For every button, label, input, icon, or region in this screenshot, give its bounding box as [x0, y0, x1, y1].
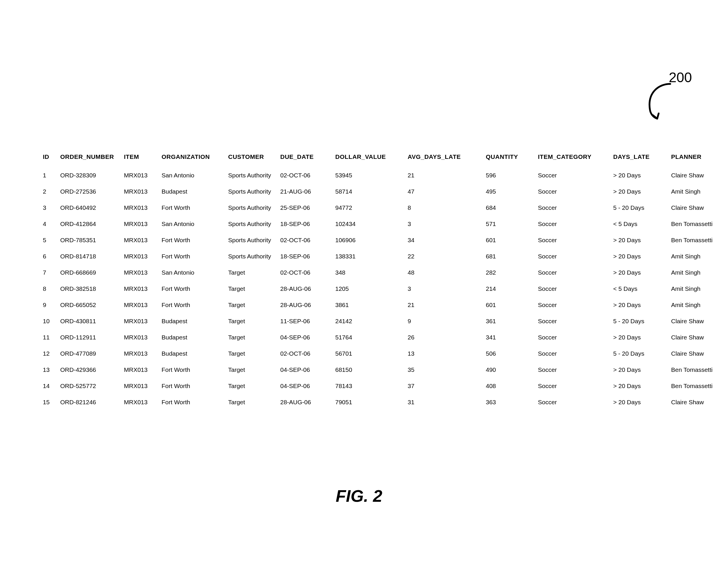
orders-table-container: ID ORDER_NUMBER ITEM ORGANIZATION CUSTOM…	[41, 150, 666, 410]
cell-planner: Claire Shaw	[669, 200, 718, 216]
cell-order_number: ORD-665052	[58, 297, 122, 313]
cell-item: MRX013	[122, 297, 159, 313]
cell-avg_days_late: 31	[405, 394, 484, 410]
cell-customer: Sports Authority	[226, 248, 278, 265]
cell-days_late: > 20 Days	[611, 297, 669, 313]
header-due-date: DUE_DATE	[278, 150, 333, 167]
table-row: 13ORD-429366MRX013Fort WorthTarget04-SEP…	[41, 362, 718, 378]
cell-planner: Claire Shaw	[669, 329, 718, 345]
cell-organization: Fort Worth	[159, 248, 226, 265]
cell-item_category: Soccer	[536, 394, 611, 410]
cell-id: 5	[41, 232, 58, 248]
cell-item: MRX013	[122, 200, 159, 216]
cell-quantity: 490	[484, 362, 536, 378]
cell-dollar_value: 58714	[333, 184, 405, 200]
cell-days_late: < 5 Days	[611, 281, 669, 297]
cell-id: 13	[41, 362, 58, 378]
cell-quantity: 596	[484, 167, 536, 184]
cell-days_late: > 20 Days	[611, 265, 669, 281]
header-item-category: ITEM_CATEGORY	[536, 150, 611, 167]
cell-id: 12	[41, 345, 58, 362]
cell-item_category: Soccer	[536, 167, 611, 184]
cell-customer: Target	[226, 313, 278, 329]
cell-item_category: Soccer	[536, 329, 611, 345]
cell-planner: Claire Shaw	[669, 313, 718, 329]
cell-dollar_value: 348	[333, 265, 405, 281]
cell-dollar_value: 24142	[333, 313, 405, 329]
cell-quantity: 571	[484, 216, 536, 232]
cell-customer: Sports Authority	[226, 216, 278, 232]
table-row: 14ORD-525772MRX013Fort WorthTarget04-SEP…	[41, 378, 718, 394]
table-row: 3ORD-640492MRX013Fort WorthSports Author…	[41, 200, 718, 216]
cell-dollar_value: 78143	[333, 378, 405, 394]
cell-avg_days_late: 26	[405, 329, 484, 345]
cell-organization: San Antonio	[159, 265, 226, 281]
cell-organization: Fort Worth	[159, 378, 226, 394]
cell-id: 8	[41, 281, 58, 297]
cell-item: MRX013	[122, 167, 159, 184]
header-planner: PLANNER	[669, 150, 718, 167]
cell-customer: Sports Authority	[226, 184, 278, 200]
cell-dollar_value: 56701	[333, 345, 405, 362]
cell-due_date: 18-SEP-06	[278, 248, 333, 265]
cell-customer: Target	[226, 329, 278, 345]
table-row: 15ORD-821246MRX013Fort WorthTarget28-AUG…	[41, 394, 718, 410]
cell-due_date: 04-SEP-06	[278, 329, 333, 345]
cell-organization: Fort Worth	[159, 362, 226, 378]
cell-due_date: 02-OCT-06	[278, 265, 333, 281]
cell-organization: Budapest	[159, 184, 226, 200]
figure-caption: FIG. 2	[335, 486, 382, 506]
cell-quantity: 601	[484, 232, 536, 248]
cell-days_late: > 20 Days	[611, 378, 669, 394]
cell-quantity: 495	[484, 184, 536, 200]
header-avg-days-late: AVG_DAYS_LATE	[405, 150, 484, 167]
cell-customer: Target	[226, 394, 278, 410]
cell-organization: Budapest	[159, 329, 226, 345]
table-row: 4ORD-412864MRX013San AntonioSports Autho…	[41, 216, 718, 232]
cell-customer: Target	[226, 345, 278, 362]
cell-days_late: < 5 Days	[611, 216, 669, 232]
cell-item_category: Soccer	[536, 232, 611, 248]
cell-item_category: Soccer	[536, 216, 611, 232]
cell-item_category: Soccer	[536, 378, 611, 394]
cell-due_date: 28-AUG-06	[278, 281, 333, 297]
cell-due_date: 02-OCT-06	[278, 232, 333, 248]
cell-dollar_value: 79051	[333, 394, 405, 410]
cell-organization: Fort Worth	[159, 394, 226, 410]
cell-item_category: Soccer	[536, 200, 611, 216]
header-id: ID	[41, 150, 58, 167]
cell-planner: Amit Singh	[669, 297, 718, 313]
cell-organization: San Antonio	[159, 216, 226, 232]
cell-due_date: 21-AUG-06	[278, 184, 333, 200]
cell-due_date: 02-OCT-06	[278, 167, 333, 184]
cell-item: MRX013	[122, 378, 159, 394]
cell-days_late: > 20 Days	[611, 248, 669, 265]
cell-days_late: > 20 Days	[611, 232, 669, 248]
cell-planner: Ben Tomassetti	[669, 232, 718, 248]
header-order-number: ORDER_NUMBER	[58, 150, 122, 167]
header-customer: CUSTOMER	[226, 150, 278, 167]
cell-item: MRX013	[122, 248, 159, 265]
cell-due_date: 04-SEP-06	[278, 362, 333, 378]
cell-dollar_value: 68150	[333, 362, 405, 378]
cell-avg_days_late: 3	[405, 216, 484, 232]
cell-days_late: 5 - 20 Days	[611, 313, 669, 329]
cell-id: 4	[41, 216, 58, 232]
cell-id: 10	[41, 313, 58, 329]
cell-avg_days_late: 48	[405, 265, 484, 281]
cell-id: 9	[41, 297, 58, 313]
cell-organization: Fort Worth	[159, 200, 226, 216]
cell-order_number: ORD-430811	[58, 313, 122, 329]
cell-order_number: ORD-668669	[58, 265, 122, 281]
cell-avg_days_late: 3	[405, 281, 484, 297]
cell-order_number: ORD-821246	[58, 394, 122, 410]
cell-due_date: 11-SEP-06	[278, 313, 333, 329]
cell-avg_days_late: 21	[405, 297, 484, 313]
cell-planner: Amit Singh	[669, 281, 718, 297]
table-row: 10ORD-430811MRX013BudapestTarget11-SEP-0…	[41, 313, 718, 329]
cell-days_late: 5 - 20 Days	[611, 200, 669, 216]
cell-avg_days_late: 9	[405, 313, 484, 329]
cell-id: 3	[41, 200, 58, 216]
cell-due_date: 28-AUG-06	[278, 297, 333, 313]
cell-dollar_value: 51764	[333, 329, 405, 345]
